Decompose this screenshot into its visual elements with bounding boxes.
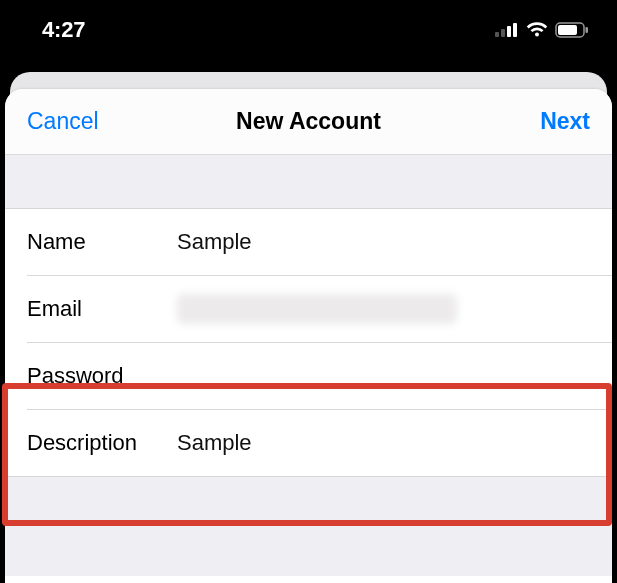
description-row[interactable]: Description — [5, 410, 612, 476]
redacted-email-value — [177, 294, 457, 324]
svg-rect-2 — [507, 26, 511, 37]
email-field[interactable] — [177, 294, 590, 324]
status-icons — [495, 22, 589, 38]
svg-rect-0 — [495, 32, 499, 37]
group-spacer — [5, 155, 612, 209]
modal-title: New Account — [117, 108, 500, 135]
name-row[interactable]: Name — [5, 209, 612, 275]
password-row[interactable]: Password — [5, 343, 612, 409]
status-time: 4:27 — [42, 17, 85, 43]
svg-rect-1 — [501, 29, 505, 37]
email-label: Email — [27, 296, 177, 322]
name-field[interactable] — [177, 229, 590, 255]
svg-rect-3 — [513, 23, 517, 37]
cancel-button[interactable]: Cancel — [27, 108, 117, 135]
modal-navbar: Cancel New Account Next — [5, 89, 612, 155]
next-button[interactable]: Next — [500, 108, 590, 135]
new-account-sheet: Cancel New Account Next Name Email Passw… — [5, 89, 612, 583]
svg-rect-5 — [558, 25, 577, 35]
email-row[interactable]: Email — [5, 276, 612, 342]
status-bar: 4:27 — [0, 0, 617, 56]
cellular-icon — [495, 23, 519, 37]
battery-icon — [555, 22, 589, 38]
password-label: Password — [27, 363, 177, 389]
svg-rect-6 — [586, 27, 589, 33]
wifi-icon — [526, 22, 548, 38]
password-field[interactable] — [177, 363, 590, 389]
name-label: Name — [27, 229, 177, 255]
description-label: Description — [27, 430, 177, 456]
description-field[interactable] — [177, 430, 590, 456]
group-bottom-spacer — [5, 476, 612, 576]
